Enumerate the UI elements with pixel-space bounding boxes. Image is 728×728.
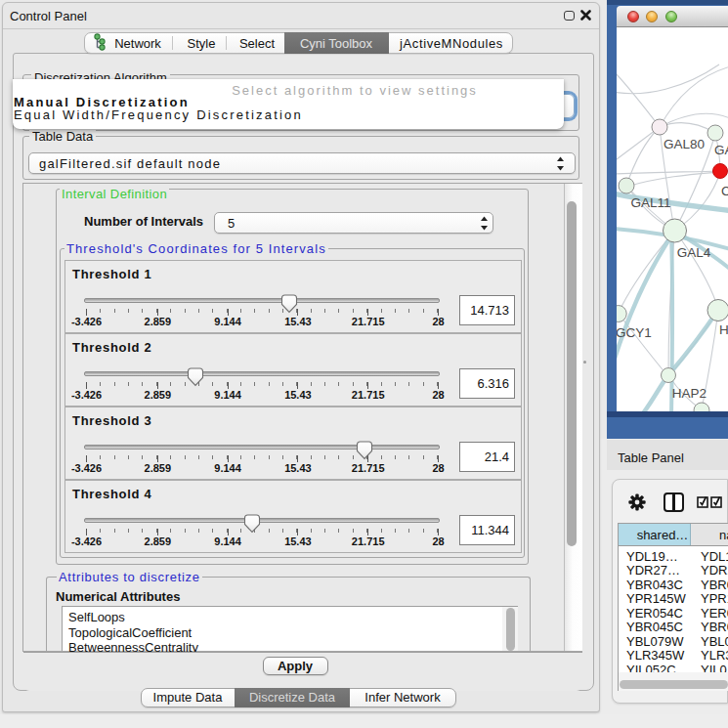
svg-text:GAL4: GAL4 <box>677 245 711 260</box>
svg-text:GAL80: GAL80 <box>664 137 705 151</box>
svg-text:GAL11: GAL11 <box>630 195 670 210</box>
svg-text:GCY1: GCY1 <box>617 325 652 340</box>
svg-text:GA: GA <box>714 143 728 157</box>
svg-text:H: H <box>719 322 728 337</box>
svg-text:HAP2: HAP2 <box>672 386 707 401</box>
svg-text:C: C <box>721 184 728 198</box>
